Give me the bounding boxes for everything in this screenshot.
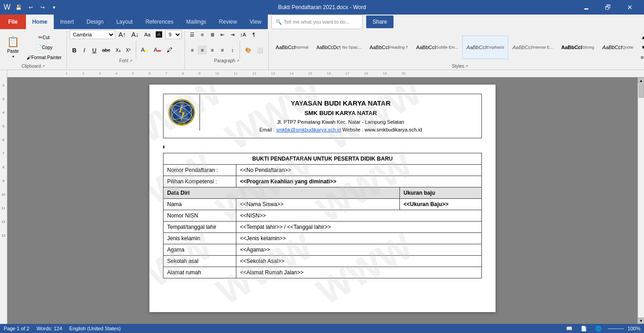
value-nama: <<Nama Siswa>> bbox=[236, 198, 400, 210]
font-expand-icon[interactable]: ↗ bbox=[129, 59, 133, 63]
subscript-button[interactable]: X₂ bbox=[113, 45, 123, 55]
tab-view[interactable]: View bbox=[243, 15, 268, 29]
increase-font-button[interactable]: A↑ bbox=[116, 30, 128, 39]
sort-button[interactable]: ↕A bbox=[238, 30, 248, 39]
scroll-thumb[interactable] bbox=[639, 84, 644, 98]
increase-indent-button[interactable]: ⇥ bbox=[228, 30, 237, 39]
document-area[interactable]: WWW WWW WWW WWW WWW WWW WWW WWW WWW bbox=[7, 77, 638, 324]
label-nama: Nama bbox=[164, 198, 236, 210]
print-layout-button[interactable]: 📄 bbox=[578, 324, 589, 333]
styles-down-button[interactable]: ▼ bbox=[639, 43, 644, 52]
style-strong[interactable]: AaBbCcI Strong bbox=[557, 35, 598, 59]
table-row: Tempat/tanggal lahir <<Tempat lahir>> / … bbox=[164, 221, 482, 232]
label-agama: Agama bbox=[164, 244, 236, 255]
styles-group: AaBbCcl Normal AaBbCcDc ¶ No Spac... AaB… bbox=[269, 31, 644, 70]
style-normal[interactable]: AaBbCcl Normal bbox=[271, 35, 312, 59]
clipboard-group: 📋 Paste ▾ ✂ Cut 📄 Copy 🖌 Format Painter bbox=[0, 31, 67, 70]
numbering-button[interactable]: ≡ bbox=[198, 30, 207, 39]
styles-more-button[interactable]: ≡▾ bbox=[639, 53, 644, 62]
quick-access-toolbar: W 💾 ↩ ↪ ▾ bbox=[4, 2, 60, 13]
font-group: Cambria A↑ A↓ Aa 🅰 9 B I U abc X₂ X² A▬ … bbox=[67, 31, 185, 70]
label-pendaftaran: Nomor Pendaftaran : bbox=[164, 164, 236, 176]
tab-review[interactable]: Review bbox=[213, 15, 243, 29]
style-subtle[interactable]: AaBbCcI Subtle Em... bbox=[412, 35, 462, 59]
table-row: Nomor Pendaftaran : <<No Pendaftaran>> bbox=[164, 164, 482, 176]
table-row: Jenis kelamin <<Jenis kelamin>> bbox=[164, 232, 482, 244]
italic-button[interactable]: I bbox=[80, 45, 89, 55]
borders-button[interactable]: ⬜ bbox=[255, 45, 266, 55]
scroll-track[interactable] bbox=[638, 84, 644, 318]
redo-button[interactable]: ↪ bbox=[37, 2, 48, 13]
tab-home[interactable]: Home bbox=[26, 15, 54, 29]
email-link[interactable]: smkbk@smkbudikarya.sch.id bbox=[276, 127, 341, 132]
shading-button[interactable]: 🖍 bbox=[164, 45, 174, 55]
styles-expand-icon[interactable]: ↗ bbox=[465, 64, 468, 68]
save-button[interactable]: 💾 bbox=[13, 2, 24, 13]
doc-wrapper: 2 3 4 5 6 7 8 9 10 11 12 13 1 2 3 4 5 6 … bbox=[0, 70, 644, 324]
tab-layout[interactable]: Layout bbox=[110, 15, 139, 29]
change-case-button[interactable]: Aa bbox=[142, 30, 153, 39]
clear-format-button[interactable]: 🅰 bbox=[153, 30, 164, 39]
status-bar: Page 1 of 2 Words: 124 English (United S… bbox=[0, 324, 644, 333]
scrollbar-vertical[interactable]: ▲ ▼ bbox=[638, 77, 644, 324]
para-expand-icon[interactable]: ↗ bbox=[236, 59, 240, 63]
undo-button[interactable]: ↩ bbox=[25, 2, 36, 13]
font-size-select[interactable]: 9 bbox=[165, 30, 182, 39]
tab-references[interactable]: References bbox=[139, 15, 179, 29]
tab-mailings[interactable]: Mailings bbox=[180, 15, 213, 29]
label-ttl: Tempat/tanggal lahir bbox=[164, 221, 236, 232]
shading-para-button[interactable]: 🎨 bbox=[243, 45, 254, 55]
text-color-button[interactable]: A▬ bbox=[152, 45, 164, 55]
restore-button[interactable]: 🗗 bbox=[598, 0, 618, 15]
styles-up-button[interactable]: ▲ bbox=[639, 33, 644, 42]
value-nisn: <<NISN>> bbox=[236, 210, 482, 221]
table-title: BUKTI PENDAFTARAN UNTUK PESERTA DIDIK BA… bbox=[164, 153, 482, 164]
align-left-button[interactable]: ≡ bbox=[188, 45, 197, 55]
format-painter-button[interactable]: 🖌 Format Painter bbox=[24, 53, 64, 62]
school-info: YAYASAN BUDI KARYA NATAR SMK BUDI KARYA … bbox=[200, 94, 481, 138]
share-button[interactable]: Share bbox=[366, 15, 394, 28]
registration-table: BUKTI PENDAFTARAN UNTUK PESERTA DIDIK BA… bbox=[163, 153, 482, 278]
word-icon: W bbox=[4, 3, 10, 11]
web-layout-button[interactable]: 🌐 bbox=[593, 324, 604, 333]
clipboard-expand-icon[interactable]: ↗ bbox=[42, 64, 45, 68]
style-emphasis[interactable]: AaBbCcI Emphasis bbox=[462, 35, 508, 59]
tab-file[interactable]: File bbox=[0, 15, 26, 29]
decrease-font-button[interactable]: A↓ bbox=[129, 30, 141, 39]
justify-button[interactable]: ≡ bbox=[218, 45, 227, 55]
scroll-up-button[interactable]: ▲ bbox=[638, 77, 644, 84]
copy-icon: 📄 bbox=[36, 45, 42, 50]
decrease-indent-button[interactable]: ⇤ bbox=[218, 30, 227, 39]
value-kompetensi: <<Program Keahlian yang diminati>> bbox=[236, 176, 482, 187]
style-nospace[interactable]: AaBbCcDc ¶ No Spac... bbox=[312, 35, 365, 59]
superscript-button[interactable]: X² bbox=[124, 45, 133, 55]
minimize-button[interactable]: 🗕 bbox=[576, 0, 597, 15]
close-button[interactable]: ✕ bbox=[619, 0, 640, 15]
align-right-button[interactable]: ≡ bbox=[208, 45, 217, 55]
font-family-select[interactable]: Cambria bbox=[70, 30, 115, 39]
show-paragraph-button[interactable]: ¶ bbox=[249, 30, 258, 39]
style-heading7[interactable]: AaBbCcI Heading 7 bbox=[365, 35, 412, 59]
underline-button[interactable]: U bbox=[90, 45, 99, 55]
style-quote[interactable]: AaBbCcI Quote bbox=[598, 35, 638, 59]
align-center-button[interactable]: ≡ bbox=[198, 45, 207, 55]
multilevel-button[interactable]: ≣ bbox=[208, 30, 217, 39]
tell-me-input[interactable]: 🔍 Tell me what you want to do... bbox=[271, 15, 363, 29]
bold-button[interactable]: B bbox=[70, 45, 79, 55]
label-jk: Jenis kelamin bbox=[164, 232, 236, 244]
tab-design[interactable]: Design bbox=[80, 15, 110, 29]
cut-button[interactable]: ✂ Cut bbox=[24, 33, 64, 42]
tab-insert[interactable]: Insert bbox=[54, 15, 80, 29]
scroll-down-button[interactable]: ▼ bbox=[638, 318, 644, 324]
copy-button[interactable]: 📄 Copy bbox=[24, 43, 64, 52]
customize-button[interactable]: ▾ bbox=[49, 2, 60, 13]
paste-button[interactable]: 📋 Paste ▾ bbox=[3, 35, 23, 60]
line-spacing-button[interactable]: ↕ bbox=[228, 45, 237, 55]
read-mode-button[interactable]: 📖 bbox=[564, 324, 575, 333]
bullets-button[interactable]: ☰ bbox=[188, 30, 197, 39]
word-count: Words: 124 bbox=[36, 326, 62, 331]
table-row-header: Data Diri Ukuran baju bbox=[164, 187, 482, 198]
strikethrough-button[interactable]: abc bbox=[100, 45, 112, 55]
style-intense[interactable]: AaBbCcI Intense E... bbox=[508, 35, 557, 59]
text-highlight-button[interactable]: A▬ bbox=[139, 45, 151, 55]
